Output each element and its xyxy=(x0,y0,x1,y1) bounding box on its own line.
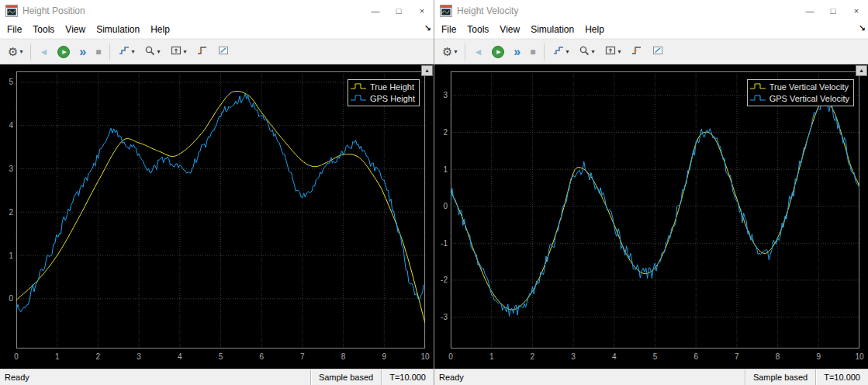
dropdown-caret-icon[interactable]: ▾ xyxy=(566,48,569,55)
toolbar-separator xyxy=(109,43,110,61)
y-tick-label: 1 xyxy=(9,251,13,260)
scale-axes-button[interactable]: ▾ xyxy=(600,42,625,62)
toolbar-separator xyxy=(544,43,545,61)
dropdown-caret-icon[interactable]: ▾ xyxy=(184,48,187,55)
y-tick-label: 3 xyxy=(443,91,448,99)
chart-canvas[interactable]: 012345678910-3-2-10123 xyxy=(434,64,868,369)
maximize-button[interactable]: □ xyxy=(821,0,845,21)
menu-help[interactable]: Help xyxy=(145,23,175,36)
titlebar[interactable]: Height Velocity —□× xyxy=(434,0,868,21)
y-tick-label: 0 xyxy=(9,294,13,303)
menubar: FileToolsViewSimulationHelp ↘ xyxy=(434,21,868,39)
menu-tools[interactable]: Tools xyxy=(27,23,60,36)
dropdown-caret-icon[interactable]: ▾ xyxy=(592,48,595,55)
x-tick-label: 3 xyxy=(137,352,141,361)
plot-area[interactable]: 012345678910-3-2-10123 ▴ True Vertical V… xyxy=(434,64,868,369)
y-tick-label: 2 xyxy=(9,208,13,217)
dropdown-caret-icon[interactable]: ▾ xyxy=(454,48,457,55)
zoom-button[interactable]: ▾ xyxy=(575,42,599,62)
zoom-button[interactable]: ▾ xyxy=(140,42,164,62)
legend[interactable]: True HeightGPS Height xyxy=(348,79,420,106)
chart-canvas[interactable]: 012345678910012345 xyxy=(0,64,434,369)
maximize-icon: □ xyxy=(831,6,836,16)
dropdown-caret-icon[interactable]: ▾ xyxy=(157,48,161,55)
expand-plot-icon[interactable]: ▴ xyxy=(421,65,433,76)
x-tick-label: 9 xyxy=(817,352,821,361)
statusbar: Ready Sample based T=10.000 xyxy=(434,369,868,385)
x-tick-label: 5 xyxy=(653,352,658,361)
x-tick-label: 3 xyxy=(571,352,576,361)
menu-file[interactable]: File xyxy=(436,23,462,36)
close-icon: × xyxy=(420,6,424,16)
menu-tools[interactable]: Tools xyxy=(462,23,494,36)
configuration-gear-icon: ⚙ xyxy=(8,46,18,57)
legend-entry: GPS Vertical Velocity xyxy=(749,92,849,104)
trigger-button[interactable] xyxy=(627,42,646,62)
menu-dock-arrow-icon[interactable]: ↘ xyxy=(424,23,431,33)
minimize-button[interactable]: — xyxy=(798,0,821,21)
trigger-icon xyxy=(196,45,208,59)
minimize-button[interactable]: — xyxy=(364,0,387,21)
step-forward-button[interactable]: » xyxy=(510,42,524,62)
measurements-button[interactable] xyxy=(213,42,233,62)
titlebar[interactable]: Height Position —□× xyxy=(0,0,434,21)
menu-view[interactable]: View xyxy=(60,23,91,36)
run-button[interactable]: ▶ xyxy=(488,42,508,62)
trigger-icon xyxy=(631,45,642,59)
maximize-button[interactable]: □ xyxy=(387,0,410,21)
legend-label: True Height xyxy=(370,82,414,92)
signal-selector-button[interactable]: ▾ xyxy=(548,42,573,62)
x-tick-label: 4 xyxy=(178,352,182,361)
legend[interactable]: True Vertical VelocityGPS Vertical Veloc… xyxy=(747,79,854,106)
window-controls: —□× xyxy=(364,0,434,21)
x-tick-label: 2 xyxy=(531,352,535,361)
step-back-icon: ◄ xyxy=(39,47,48,57)
stop-button[interactable]: ■ xyxy=(92,42,105,62)
x-tick-label: 0 xyxy=(448,352,453,361)
expand-plot-icon[interactable]: ▴ xyxy=(856,65,867,76)
menu-simulation[interactable]: Simulation xyxy=(525,23,579,36)
legend-entry: GPS Height xyxy=(350,92,415,104)
configuration-gear-button[interactable]: ⚙▾ xyxy=(4,42,26,62)
scale-axes-icon xyxy=(170,45,182,59)
legend-line-swatch xyxy=(749,92,766,106)
configuration-gear-button[interactable]: ⚙▾ xyxy=(438,42,461,62)
stop-button[interactable]: ■ xyxy=(526,42,539,62)
scale-axes-button[interactable]: ▾ xyxy=(166,42,191,62)
step-back-button[interactable]: ◄ xyxy=(469,42,486,62)
status-time: T=10.000 xyxy=(815,369,868,385)
close-button[interactable]: × xyxy=(410,0,434,21)
x-tick-label: 9 xyxy=(382,352,387,361)
stop-icon: ■ xyxy=(530,47,535,57)
dropdown-caret-icon[interactable]: ▾ xyxy=(132,48,135,55)
step-back-button[interactable]: ◄ xyxy=(35,42,52,62)
legend-label: True Vertical Velocity xyxy=(769,82,849,92)
y-tick-label: -2 xyxy=(441,276,448,284)
signal-selector-button[interactable]: ▾ xyxy=(114,42,139,62)
x-tick-label: 8 xyxy=(341,352,346,361)
menu-simulation[interactable]: Simulation xyxy=(91,23,145,36)
status-message: Ready xyxy=(434,369,745,385)
menu-dock-arrow-icon[interactable]: ↘ xyxy=(859,23,866,33)
status-sample-mode: Sample based xyxy=(310,369,381,385)
close-button[interactable]: × xyxy=(845,0,868,21)
run-button[interactable]: ▶ xyxy=(54,42,74,62)
step-forward-icon: » xyxy=(514,46,520,58)
dropdown-caret-icon[interactable]: ▾ xyxy=(19,48,22,55)
measurements-button[interactable] xyxy=(648,42,668,62)
x-tick-label: 1 xyxy=(55,352,60,361)
statusbar: Ready Sample based T=10.000 xyxy=(0,369,434,385)
minimize-icon: — xyxy=(806,6,814,16)
step-forward-button[interactable]: » xyxy=(75,42,90,62)
y-tick-label: 4 xyxy=(9,121,13,130)
dropdown-caret-icon[interactable]: ▾ xyxy=(618,48,621,55)
x-tick-label: 8 xyxy=(776,352,780,361)
legend-label: GPS Height xyxy=(370,94,415,103)
plot-area[interactable]: 012345678910012345 ▴ True HeightGPS Heig… xyxy=(0,64,434,369)
menu-help[interactable]: Help xyxy=(579,23,610,36)
trigger-button[interactable] xyxy=(192,42,212,62)
menu-view[interactable]: View xyxy=(494,23,525,36)
configuration-gear-icon: ⚙ xyxy=(442,46,452,57)
step-back-icon: ◄ xyxy=(473,47,482,57)
menu-file[interactable]: File xyxy=(2,23,27,36)
